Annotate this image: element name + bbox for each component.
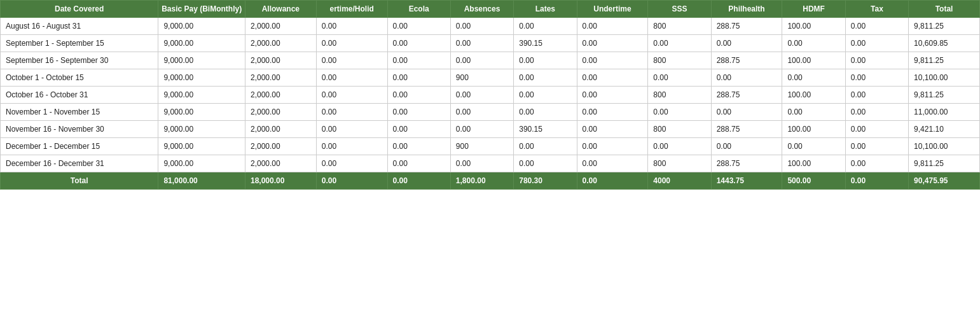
- cell-undertime: 0.00: [577, 87, 648, 104]
- cell-date: December 1 - December 15: [1, 138, 158, 155]
- cell-date: October 1 - October 15: [1, 69, 158, 87]
- cell-lates: 390.15: [514, 121, 577, 138]
- cell-date: September 1 - September 15: [1, 35, 158, 52]
- header-basic-pay: Basic Pay (BiMonthly): [158, 1, 245, 18]
- cell-sss: 0.00: [648, 35, 711, 52]
- cell-ecola: 0.00: [387, 52, 450, 69]
- cell-ecola: 0.00: [387, 104, 450, 121]
- header-overtime: ertime/Holid: [316, 1, 387, 18]
- cell-overtime: 0.00: [316, 35, 387, 52]
- cell-lates: 0.00: [514, 69, 577, 87]
- cell-undertime: 0.00: [577, 104, 648, 121]
- cell-total: 10,100.00: [909, 69, 980, 87]
- cell-absences: 900: [450, 69, 513, 87]
- cell-date: December 16 - December 31: [1, 155, 158, 172]
- payroll-table: Date Covered Basic Pay (BiMonthly) Allow…: [0, 0, 980, 190]
- cell-total: 9,811.25: [909, 18, 980, 35]
- cell-undertime: 0.00: [577, 18, 648, 35]
- cell-ecola: 0.00: [387, 69, 450, 87]
- cell-sss: 800: [648, 155, 711, 172]
- cell-absences: 900: [450, 138, 513, 155]
- header-allowance: Allowance: [245, 1, 316, 18]
- table-row: December 1 - December 159,000.002,000.00…: [1, 138, 980, 155]
- total-tax: 0.00: [845, 172, 908, 190]
- cell-total: 10,100.00: [909, 138, 980, 155]
- cell-overtime: 0.00: [316, 87, 387, 104]
- cell-overtime: 0.00: [316, 155, 387, 172]
- cell-overtime: 0.00: [316, 52, 387, 69]
- cell-philhealth: 288.75: [711, 18, 782, 35]
- cell-lates: 0.00: [514, 52, 577, 69]
- table-row: December 16 - December 319,000.002,000.0…: [1, 155, 980, 172]
- cell-allowance: 2,000.00: [245, 138, 316, 155]
- cell-sss: 800: [648, 87, 711, 104]
- cell-lates: 390.15: [514, 35, 577, 52]
- cell-absences: 0.00: [450, 35, 513, 52]
- total-ecola: 0.00: [387, 172, 450, 190]
- cell-date: October 16 - October 31: [1, 87, 158, 104]
- cell-lates: 0.00: [514, 104, 577, 121]
- header-tax: Tax: [845, 1, 908, 18]
- cell-absences: 0.00: [450, 52, 513, 69]
- total-overtime: 0.00: [316, 172, 387, 190]
- cell-tax: 0.00: [845, 52, 908, 69]
- cell-undertime: 0.00: [577, 121, 648, 138]
- table-row: September 16 - September 309,000.002,000…: [1, 52, 980, 69]
- cell-lates: 0.00: [514, 18, 577, 35]
- total-absences: 1,800.00: [450, 172, 513, 190]
- cell-philhealth: 288.75: [711, 87, 782, 104]
- total-undertime: 0.00: [577, 172, 648, 190]
- header-date: Date Covered: [1, 1, 158, 18]
- cell-total: 9,811.25: [909, 155, 980, 172]
- cell-philhealth: 0.00: [711, 35, 782, 52]
- cell-tax: 0.00: [845, 35, 908, 52]
- cell-total: 9,811.25: [909, 52, 980, 69]
- cell-sss: 0.00: [648, 104, 711, 121]
- cell-philhealth: 288.75: [711, 155, 782, 172]
- cell-total: 9,421.10: [909, 121, 980, 138]
- cell-ecola: 0.00: [387, 121, 450, 138]
- cell-allowance: 2,000.00: [245, 18, 316, 35]
- cell-ecola: 0.00: [387, 138, 450, 155]
- header-total: Total: [909, 1, 980, 18]
- cell-undertime: 0.00: [577, 138, 648, 155]
- cell-absences: 0.00: [450, 155, 513, 172]
- cell-basic: 9,000.00: [158, 155, 245, 172]
- cell-sss: 800: [648, 18, 711, 35]
- cell-allowance: 2,000.00: [245, 155, 316, 172]
- cell-hdmf: 0.00: [782, 69, 845, 87]
- header-absences: Absences: [450, 1, 513, 18]
- header-undertime: Undertime: [577, 1, 648, 18]
- cell-basic: 9,000.00: [158, 35, 245, 52]
- cell-tax: 0.00: [845, 121, 908, 138]
- header-ecola: Ecola: [387, 1, 450, 18]
- cell-undertime: 0.00: [577, 52, 648, 69]
- cell-tax: 0.00: [845, 18, 908, 35]
- cell-philhealth: 288.75: [711, 52, 782, 69]
- cell-date: November 16 - November 30: [1, 121, 158, 138]
- total-total: 90,475.95: [909, 172, 980, 190]
- total-hdmf: 500.00: [782, 172, 845, 190]
- cell-tax: 0.00: [845, 155, 908, 172]
- cell-basic: 9,000.00: [158, 69, 245, 87]
- cell-overtime: 0.00: [316, 104, 387, 121]
- table-row: September 1 - September 159,000.002,000.…: [1, 35, 980, 52]
- header-hdmf: HDMF: [782, 1, 845, 18]
- cell-philhealth: 0.00: [711, 138, 782, 155]
- cell-date: August 16 - August 31: [1, 18, 158, 35]
- cell-hdmf: 0.00: [782, 138, 845, 155]
- cell-total: 9,811.25: [909, 87, 980, 104]
- cell-absences: 0.00: [450, 121, 513, 138]
- cell-absences: 0.00: [450, 87, 513, 104]
- cell-sss: 0.00: [648, 138, 711, 155]
- cell-overtime: 0.00: [316, 69, 387, 87]
- table-row: November 1 - November 159,000.002,000.00…: [1, 104, 980, 121]
- total-row: Total 81,000.00 18,000.00 0.00 0.00 1,80…: [1, 172, 980, 190]
- cell-sss: 800: [648, 52, 711, 69]
- cell-ecola: 0.00: [387, 155, 450, 172]
- cell-total: 11,000.00: [909, 104, 980, 121]
- cell-absences: 0.00: [450, 18, 513, 35]
- cell-hdmf: 100.00: [782, 52, 845, 69]
- cell-basic: 9,000.00: [158, 104, 245, 121]
- cell-philhealth: 0.00: [711, 69, 782, 87]
